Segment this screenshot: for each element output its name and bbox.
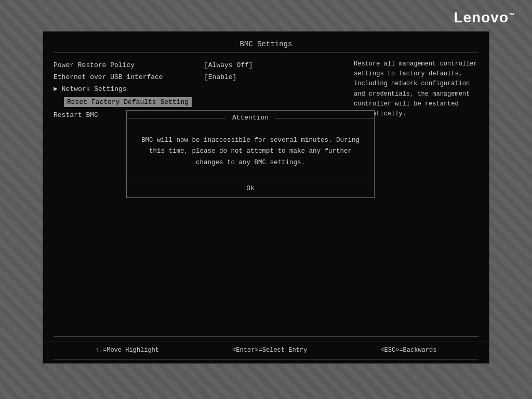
status-bar: ↑↓=Move Highlight <Enter>=Select Entry <… — [43, 341, 489, 359]
reset-factory-label[interactable]: Reset Factory Defaults Setting — [64, 97, 192, 107]
logo-tm: ™ — [509, 11, 515, 19]
power-restore-label: Power Restore Policy — [54, 61, 204, 69]
ok-button[interactable]: Ok — [246, 184, 255, 192]
ethernet-usb-label: Ethernet over USB interface — [54, 73, 204, 81]
attention-title: Attention — [226, 114, 275, 122]
ethernet-usb-value: [Enable] — [204, 73, 236, 81]
status-move-highlight: ↑↓=Move Highlight — [96, 347, 159, 354]
status-backwards: <ESC>=Backwards — [380, 347, 436, 354]
network-settings-label: Network Settings — [62, 85, 127, 93]
status-select-entry: <Enter>=Select Entry — [232, 347, 307, 354]
bios-content: Restore all management controller settin… — [43, 53, 489, 336]
status-bar-inner: ↑↓=Move Highlight <Enter>=Select Entry <… — [54, 347, 478, 354]
bios-title: BMC Settings — [54, 32, 478, 53]
bios-panel: BMC Settings Restore all management cont… — [43, 31, 489, 364]
bottom-divider — [54, 336, 478, 341]
attention-footer: Ok — [127, 179, 374, 197]
attention-title-bar: Attention — [127, 111, 374, 125]
restart-bmc-label: Restart BMC — [54, 111, 98, 119]
logo-text: Lenovo — [454, 9, 509, 25]
attention-line1: BMC will now be inaccessible for several… — [141, 137, 360, 144]
attention-body: BMC will now be inaccessible for several… — [127, 125, 374, 179]
network-settings-arrow: ► — [54, 85, 58, 93]
lenovo-logo: Lenovo™ — [454, 9, 515, 26]
power-restore-value: [Always Off] — [204, 61, 253, 69]
bottom-rule — [54, 359, 478, 363]
attention-line3: changes to any BMC settings. — [196, 159, 305, 166]
attention-dialog: Attention BMC will now be inaccessible f… — [126, 110, 375, 198]
attention-line2: this time, please do not attempt to make… — [149, 148, 352, 155]
